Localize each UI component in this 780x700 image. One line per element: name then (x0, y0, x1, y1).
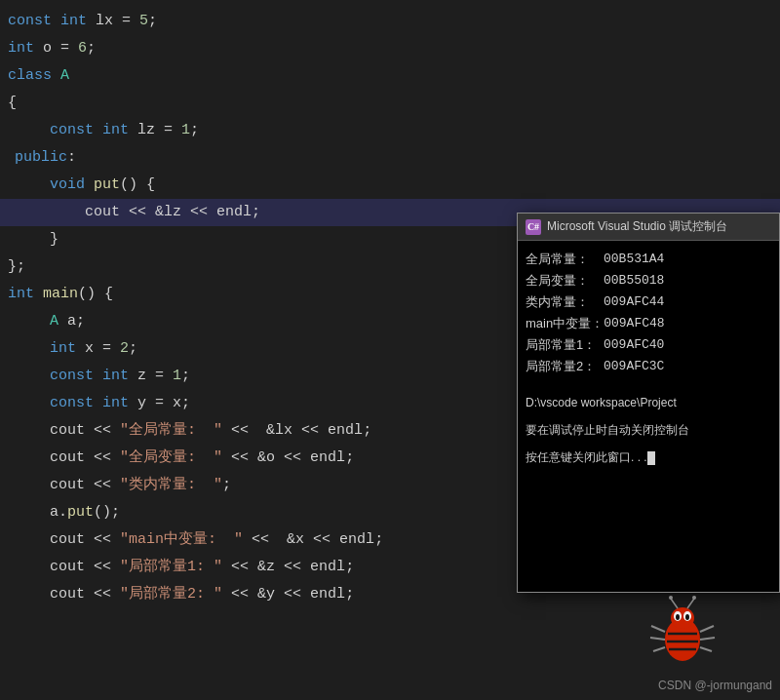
console-label: 类内常量： (526, 292, 604, 313)
console-value: 009AFC40 (604, 334, 664, 356)
token: ; (129, 335, 137, 363)
svg-point-4 (676, 614, 680, 620)
token: y = x; (129, 390, 190, 417)
token: 5 (139, 8, 148, 35)
token: << (181, 199, 216, 226)
svg-line-11 (653, 647, 665, 651)
token: cout (50, 445, 85, 472)
token: const (50, 117, 102, 144)
console-body: 全局常量：00B531A4全局变量：00B55018类内常量：009AFC44m… (518, 241, 779, 592)
console-row: 局部常量2：009AFC3C (526, 356, 771, 377)
token: cout (50, 526, 85, 554)
token (15, 172, 50, 199)
token: "全局常量: " (120, 417, 222, 445)
token: int (50, 335, 76, 363)
token: () { (78, 281, 113, 308)
token: ; (190, 117, 199, 144)
console-value: 009AFC48 (604, 313, 664, 334)
token: << (275, 581, 310, 608)
token: << (85, 472, 120, 499)
token: int (102, 363, 129, 390)
token: endl (310, 581, 345, 608)
token: << (222, 581, 257, 608)
token: ; (363, 417, 371, 445)
token (15, 417, 50, 445)
console-footer-line: 按任意键关闭此窗口. . . (526, 447, 771, 467)
console-row: 全局变量：00B55018 (526, 270, 771, 292)
console-label: 局部常量1： (526, 334, 604, 356)
token: << (85, 445, 120, 472)
svg-line-14 (700, 647, 712, 651)
token: ; (87, 35, 96, 62)
console-label: 全局常量： (526, 249, 604, 270)
bug-mascot (644, 593, 722, 671)
token (34, 281, 43, 308)
token (85, 172, 94, 199)
token (15, 499, 50, 526)
console-footer-line: D:\vscode workspace\Project (526, 393, 771, 412)
token: { (8, 90, 17, 117)
token: << (275, 445, 310, 472)
token: 6 (78, 35, 87, 62)
console-cursor (647, 451, 655, 465)
code-line: public: (0, 144, 780, 172)
token: : (67, 144, 76, 172)
token (15, 363, 50, 390)
console-row: 局部常量1：009AFC40 (526, 334, 771, 356)
console-value: 009AFC3C (604, 356, 664, 377)
svg-line-9 (651, 626, 665, 632)
token (15, 199, 85, 226)
token: << (222, 417, 266, 445)
token: cout (50, 472, 85, 499)
token: a. (50, 499, 67, 526)
token: put (94, 172, 120, 199)
token: ; (345, 554, 354, 581)
token: } (15, 226, 58, 253)
token: ; (252, 199, 260, 226)
token: << (85, 554, 120, 581)
token (15, 445, 50, 472)
token (15, 526, 50, 554)
console-value: 00B531A4 (604, 249, 664, 270)
console-value: 00B55018 (604, 270, 664, 292)
token: endl (310, 554, 345, 581)
console-row: main中变量：009AFC48 (526, 313, 771, 334)
token (15, 335, 50, 363)
token: () { (120, 172, 155, 199)
token: int (8, 35, 34, 62)
token: "main中变量: " (120, 526, 243, 554)
console-title: Microsoft Visual Studio 调试控制台 (547, 218, 727, 235)
token: &y (257, 581, 275, 608)
token: endl (310, 445, 345, 472)
token: &lx (266, 417, 292, 445)
token: cout (50, 554, 85, 581)
console-footer-line: 要在调试停止时自动关闭控制台 (526, 420, 771, 440)
token: &lz (155, 199, 181, 226)
token (15, 390, 50, 417)
token: << (243, 526, 287, 554)
svg-point-5 (685, 614, 689, 620)
token: << (304, 526, 339, 554)
token (15, 117, 50, 144)
console-label: 局部常量2： (526, 356, 604, 377)
token: "类内常量: " (120, 472, 222, 499)
token (15, 554, 50, 581)
token: "全局变量: " (120, 445, 222, 472)
token: endl (216, 199, 252, 226)
svg-point-18 (692, 596, 696, 600)
token: class (8, 62, 52, 90)
console-row: 全局常量：00B531A4 (526, 249, 771, 270)
token: put (67, 499, 94, 526)
svg-line-13 (700, 638, 715, 640)
console-value: 009AFC44 (604, 292, 664, 313)
token: ; (345, 581, 354, 608)
token: cout (85, 199, 120, 226)
console-label: main中变量： (526, 313, 604, 334)
token: public (15, 144, 67, 172)
token: lx = (87, 8, 139, 35)
token: << (85, 417, 120, 445)
token: "局部常量2: " (120, 581, 222, 608)
token: << (222, 554, 257, 581)
console-row: 类内常量：009AFC44 (526, 292, 771, 313)
token: int (102, 117, 129, 144)
